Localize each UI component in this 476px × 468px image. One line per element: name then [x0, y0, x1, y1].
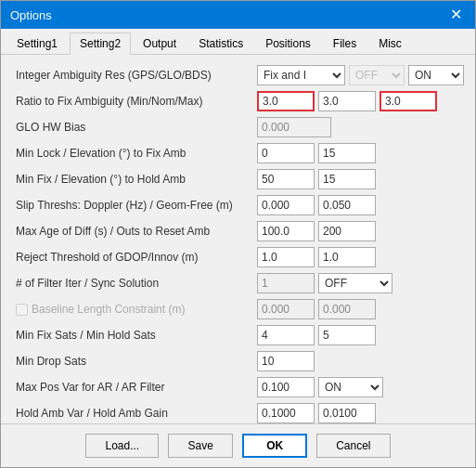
fields-reject-threshold [257, 247, 376, 267]
input-max-age[interactable] [257, 221, 315, 241]
tab-setting2[interactable]: Setting2 [70, 32, 131, 55]
input-min-fix-elev[interactable] [318, 169, 376, 189]
input-slip-doppler[interactable] [257, 195, 315, 215]
label-min-fix-sats: Min Fix Sats / Min Hold Sats [16, 329, 257, 342]
input-glo-hw-bias[interactable] [257, 117, 331, 137]
close-button[interactable]: ✕ [446, 7, 466, 22]
label-hold-amb-var: Hold Amb Var / Hold Amb Gain [16, 407, 257, 420]
input-min-hold-sats[interactable] [318, 325, 376, 345]
row-glo-hw-bias: GLO HW Bias [16, 116, 460, 138]
label-filter-iter: # of Filter Iter / Sync Solution [16, 277, 257, 290]
select-integer-ambiguity-bds[interactable]: ONOFF [408, 65, 464, 85]
title-bar: Options ✕ [1, 1, 475, 29]
row-reject-threshold: Reject Threshold of GDOP/Innov (m) [16, 246, 460, 268]
label-integer-ambiguity: Integer Ambiguity Res (GPS/GLO/BDS) [16, 69, 257, 82]
ok-button[interactable]: OK [242, 434, 307, 458]
input-min-drop-sats[interactable] [257, 351, 315, 371]
input-ratio-nom[interactable] [318, 91, 376, 111]
select-integer-ambiguity-glo[interactable]: OFFON [349, 65, 405, 85]
load-button[interactable]: Load... [85, 434, 159, 458]
input-reject-innov[interactable] [318, 247, 376, 267]
input-min-fix[interactable] [257, 169, 315, 189]
form-content: Integer Ambiguity Res (GPS/GLO/BDS) Fix … [1, 55, 475, 423]
tab-bar: Setting1 Setting2 Output Statistics Posi… [1, 29, 475, 55]
label-max-pos-var: Max Pos Var for AR / AR Filter [16, 381, 257, 394]
input-reject-gdop[interactable] [257, 247, 315, 267]
label-reject-threshold: Reject Threshold of GDOP/Innov (m) [16, 251, 257, 264]
input-min-fix-sats[interactable] [257, 325, 315, 345]
fields-hold-amb-var [257, 403, 376, 423]
select-integer-ambiguity-gps[interactable]: Fix and IFixContinuousOFF [257, 65, 345, 85]
input-hold-amb-gain[interactable] [318, 403, 376, 423]
row-min-fix-elevation: Min Fix / Elevation (°) to Hold Amb [16, 168, 460, 190]
row-max-age-diff: Max Age of Diff (s) / Outs to Reset Amb [16, 220, 460, 242]
fields-filter-iter: OFFON [257, 273, 392, 293]
row-max-pos-var: Max Pos Var for AR / AR Filter ONOFF [16, 376, 460, 398]
label-baseline-length: Baseline Length Constraint (m) [32, 303, 185, 316]
tab-positions[interactable]: Positions [255, 32, 321, 54]
checkbox-baseline-length[interactable] [16, 304, 28, 316]
fields-min-fix-sats [257, 325, 376, 345]
label-max-age-diff: Max Age of Diff (s) / Outs to Reset Amb [16, 225, 257, 238]
footer: Load... Save OK Cancel [1, 423, 475, 467]
input-baseline-max[interactable] [318, 299, 376, 319]
row-min-lock-elevation: Min Lock / Elevation (°) to Fix Amb [16, 142, 460, 164]
input-max-outs[interactable] [318, 221, 376, 241]
input-hold-amb-var[interactable] [257, 403, 315, 423]
row-baseline-length: Baseline Length Constraint (m) [16, 298, 460, 320]
fields-max-pos-var: ONOFF [257, 377, 383, 397]
label-min-lock-elevation: Min Lock / Elevation (°) to Fix Amb [16, 147, 257, 160]
input-max-pos-var[interactable] [257, 377, 315, 397]
input-baseline-min[interactable] [257, 299, 315, 319]
fields-baseline-length [257, 299, 376, 319]
row-integer-ambiguity: Integer Ambiguity Res (GPS/GLO/BDS) Fix … [16, 64, 460, 86]
tab-statistics[interactable]: Statistics [188, 32, 253, 54]
row-ratio-fix-ambiguity: Ratio to Fix Ambiguity (Min/Nom/Max) [16, 90, 460, 112]
tab-misc[interactable]: Misc [368, 32, 412, 54]
input-filter-iter[interactable] [257, 273, 315, 293]
row-hold-amb-var: Hold Amb Var / Hold Amb Gain [16, 402, 460, 423]
fields-slip-threshs [257, 195, 376, 215]
fields-integer-ambiguity: Fix and IFixContinuousOFF OFFON ONOFF [257, 65, 464, 85]
save-button[interactable]: Save [168, 434, 233, 458]
label-min-drop-sats: Min Drop Sats [16, 355, 257, 368]
input-min-lock[interactable] [257, 143, 315, 163]
fields-min-drop-sats [257, 351, 315, 371]
row-slip-threshs: Slip Threshs: Doppler (Hz) / Geom-Free (… [16, 194, 460, 216]
cancel-button[interactable]: Cancel [316, 434, 390, 458]
input-slip-geomfree[interactable] [318, 195, 376, 215]
select-sync-solution[interactable]: OFFON [318, 273, 392, 293]
input-ratio-max[interactable] [380, 91, 437, 111]
fields-min-fix-elevation [257, 169, 376, 189]
row-min-drop-sats: Min Drop Sats [16, 350, 460, 372]
row-min-fix-sats: Min Fix Sats / Min Hold Sats [16, 324, 460, 346]
tab-files[interactable]: Files [323, 32, 367, 54]
tab-output[interactable]: Output [133, 32, 187, 54]
label-glo-hw-bias: GLO HW Bias [16, 121, 257, 134]
label-slip-threshs: Slip Threshs: Doppler (Hz) / Geom-Free (… [16, 199, 257, 212]
input-min-lock-elev[interactable] [318, 143, 376, 163]
input-ratio-min[interactable] [257, 91, 315, 111]
fields-ratio-fix-ambiguity [257, 91, 437, 111]
select-ar-filter[interactable]: ONOFF [318, 377, 383, 397]
label-ratio-fix-ambiguity: Ratio to Fix Ambiguity (Min/Nom/Max) [16, 95, 257, 108]
window-title: Options [10, 8, 52, 22]
fields-min-lock-elevation [257, 143, 376, 163]
options-window: Options ✕ Setting1 Setting2 Output Stati… [0, 0, 476, 468]
label-min-fix-elevation: Min Fix / Elevation (°) to Hold Amb [16, 173, 257, 186]
tab-setting1[interactable]: Setting1 [6, 32, 68, 54]
fields-max-age-diff [257, 221, 376, 241]
row-filter-iter: # of Filter Iter / Sync Solution OFFON [16, 272, 460, 294]
fields-glo-hw-bias [257, 117, 331, 137]
